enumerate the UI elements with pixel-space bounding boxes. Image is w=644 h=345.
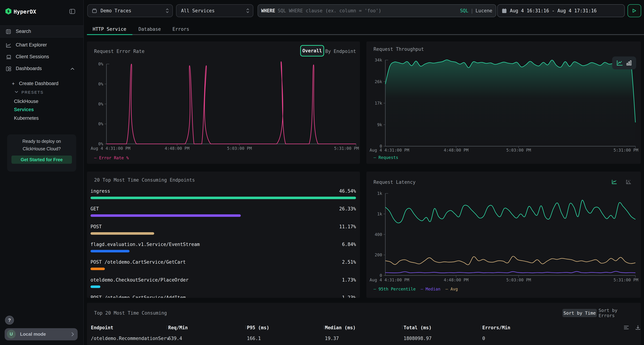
- endpoint-bar: [90, 250, 130, 252]
- source-select[interactable]: Demo Traces: [87, 4, 173, 17]
- create-dashboard-button[interactable]: Create Dashboard: [19, 81, 58, 86]
- panel-endpoints-table: Top 20 Most Time Consuming Sort by Time …: [87, 303, 641, 345]
- legend-item: — Requests: [374, 155, 398, 160]
- sidebar-item-label: Dashboards: [16, 66, 42, 71]
- hyperdx-logo-icon: [5, 8, 12, 15]
- endpoint-list: ingress46.54%GET26.33%POST11.17%flagd.ev…: [87, 172, 360, 298]
- select-chevrons-icon: [166, 8, 169, 13]
- endpoint-percent: 2.51%: [342, 259, 356, 265]
- sidebar-item-services[interactable]: Services: [14, 107, 34, 112]
- bar-chart-icon[interactable]: [626, 60, 632, 66]
- time-range-picker[interactable]: Aug 4 16:31:16 - Aug 4 17:31:16: [497, 4, 625, 17]
- app: HyperDX Search Chart Explorer: [0, 0, 644, 345]
- svg-text:0%: 0%: [98, 82, 103, 86]
- endpoint-label[interactable]: GET: [90, 206, 99, 211]
- endpoint-bar: [90, 268, 105, 270]
- table-header[interactable]: P95 (ms): [247, 325, 269, 330]
- column-resize-handle[interactable]: ⋮: [165, 325, 169, 330]
- lucene-mode-toggle[interactable]: Lucene: [476, 8, 492, 13]
- user-mode-pill[interactable]: U Local mode: [5, 328, 78, 340]
- column-resize-handle[interactable]: ⋮: [400, 325, 404, 330]
- chart-type-toolbar: [612, 56, 636, 69]
- table-cell: 0: [482, 336, 485, 341]
- table-cell: 1808098.97: [404, 336, 432, 341]
- calendar-icon: [502, 8, 506, 13]
- sidebar-item-label: Search: [16, 28, 31, 34]
- endpoint-label[interactable]: flagd.evaluation.v1.Service/EventStream: [90, 242, 200, 247]
- run-query-button[interactable]: [628, 4, 641, 17]
- table-header[interactable]: Total (ms): [404, 325, 432, 330]
- play-icon: [632, 8, 636, 13]
- search-placeholder: SQL WHERE clause (ex. column = 'foo'): [278, 8, 381, 13]
- endpoint-label[interactable]: ingress: [90, 188, 110, 194]
- panel-request-throughput: Request Throughput 34k26k17k9k0Aug 4 4:3…: [366, 41, 641, 164]
- tab-http-service[interactable]: HTTP Service: [93, 26, 126, 32]
- sql-mode-toggle[interactable]: SQL: [460, 8, 468, 13]
- column-settings-icon[interactable]: [624, 325, 629, 330]
- error-rate-chart: 0%0%0%0%0%Aug 4 4:31:00 PM4:48:00 PM5:03…: [87, 41, 360, 164]
- help-button[interactable]: ?: [5, 316, 14, 325]
- endpoint-percent: 11.17%: [339, 224, 356, 229]
- endpoint-label[interactable]: POST /oteldemo.CartService/GetCart: [90, 259, 186, 265]
- svg-text:9k: 9k: [377, 122, 382, 127]
- svg-text:0: 0: [380, 273, 382, 278]
- table-header[interactable]: Req/Min: [168, 325, 188, 330]
- tab-bar: HTTP Service Database Errors: [84, 21, 644, 35]
- svg-text:5:03:00 PM: 5:03:00 PM: [506, 148, 531, 152]
- service-select[interactable]: All Services: [176, 4, 253, 17]
- promo-card: Ready to deploy on ClickHouse Cloud? Get…: [7, 134, 76, 172]
- chevron-down-icon: [15, 91, 18, 93]
- source-select-value: Demo Traces: [100, 8, 131, 13]
- svg-text:5:31:00 PM: 5:31:00 PM: [614, 278, 638, 282]
- sidebar-item-search[interactable]: Search: [0, 25, 83, 37]
- endpoint-bar: [90, 197, 356, 199]
- time-range-value: Aug 4 16:31:16 - Aug 4 17:31:16: [510, 8, 596, 13]
- presets-section-label[interactable]: PRESETS: [22, 90, 44, 95]
- table-area: EndpointReq/Min⋮P95 (ms)⋮Median (ms)⋮Tot…: [87, 303, 641, 345]
- endpoint-label[interactable]: POST /oteldemo.CartService/AddItem: [90, 295, 186, 298]
- svg-text:200: 200: [374, 253, 382, 257]
- svg-text:4:48:00 PM: 4:48:00 PM: [444, 148, 468, 152]
- svg-text:5:03:00 PM: 5:03:00 PM: [227, 146, 252, 151]
- sidebar-item-clickhouse[interactable]: ClickHouse: [14, 99, 38, 104]
- svg-text:0%: 0%: [98, 102, 103, 106]
- column-resize-handle[interactable]: ⋮: [244, 325, 248, 330]
- panel-request-latency: Request Latency 1k1k4002000Aug 4 4:31:00…: [366, 172, 641, 298]
- svg-text:Aug 4 4:31:00 PM: Aug 4 4:31:00 PM: [370, 278, 409, 282]
- sidebar-item-kubernetes[interactable]: Kubernetes: [14, 115, 39, 121]
- endpoint-bar: [90, 214, 241, 217]
- collapse-sidebar-icon[interactable]: [70, 9, 75, 14]
- endpoint-percent: 1.23%: [342, 295, 356, 298]
- where-label: WHERE: [261, 8, 275, 13]
- column-resize-handle[interactable]: ⋮: [322, 325, 326, 330]
- endpoint-percent: 46.54%: [339, 188, 356, 194]
- sidebar-item-dashboards[interactable]: Dashboards: [0, 63, 83, 75]
- endpoint-bar: [90, 286, 100, 288]
- service-select-value: All Services: [181, 8, 215, 13]
- legend-item: — Error Rate %: [94, 156, 129, 160]
- search-input[interactable]: WHERE SQL WHERE clause (ex. column = 'fo…: [258, 4, 496, 17]
- chevron-right-icon: [71, 332, 74, 337]
- endpoint-label[interactable]: oteldemo.CheckoutService/PlaceOrder: [90, 277, 188, 283]
- topbar: Demo Traces All Services WHERE SQL WHERE…: [84, 0, 644, 21]
- get-started-button[interactable]: Get Started for Free: [12, 156, 72, 164]
- app-title: HyperDX: [14, 8, 36, 15]
- table-header[interactable]: Endpoint: [91, 325, 113, 330]
- plus-icon: +: [12, 81, 15, 86]
- column-resize-handle[interactable]: ⋮: [479, 325, 483, 330]
- tab-underline-track: [87, 34, 644, 35]
- download-icon[interactable]: [636, 325, 640, 330]
- tab-database[interactable]: Database: [138, 26, 161, 32]
- svg-text:26k: 26k: [374, 79, 382, 84]
- table-header[interactable]: Median (ms): [325, 325, 356, 330]
- sidebar-item-label: Client Sessions: [16, 54, 49, 59]
- sidebar-item-client-sessions[interactable]: Client Sessions: [0, 51, 83, 63]
- tab-errors[interactable]: Errors: [172, 26, 189, 32]
- svg-text:17k: 17k: [374, 101, 382, 105]
- endpoint-bar: [90, 232, 154, 235]
- endpoint-label[interactable]: POST: [90, 224, 102, 229]
- avatar: U: [7, 330, 16, 339]
- table-header[interactable]: Errors/Min: [482, 325, 510, 330]
- sidebar-item-chart-explorer[interactable]: Chart Explorer: [0, 39, 83, 51]
- line-chart-icon[interactable]: [617, 60, 623, 66]
